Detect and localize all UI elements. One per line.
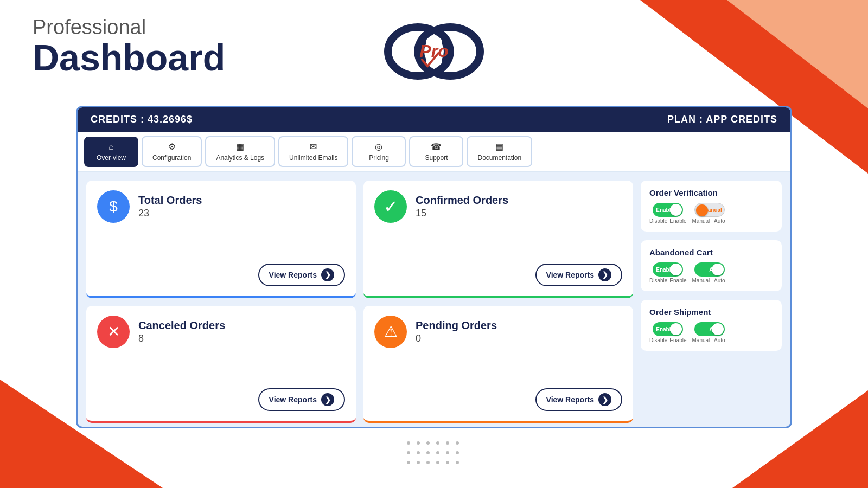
toggle-group-enabled-1: Enabled Disable Enable (649, 203, 687, 224)
nav-tabs: ⌂ Over-view ⚙ Configuration ▦ Analytics … (78, 132, 790, 172)
tab-configuration[interactable]: ⚙ Configuration (142, 136, 202, 167)
confirmed-orders-title: Confirmed Orders (416, 194, 508, 207)
home-icon: ⌂ (108, 142, 114, 152)
doc-icon: ▤ (495, 142, 503, 152)
dashboard-panel: CREDITS : 43.2696$ PLAN : APP CREDITS ⌂ … (76, 106, 792, 428)
toggle-enabled-2[interactable]: Enabled (653, 262, 683, 277)
confirmed-orders-count: 15 (416, 208, 508, 219)
abandoned-cart-section: Abandoned Cart Enabled Disable Enable (641, 240, 782, 291)
order-shipment-title: Order Shipment (649, 307, 773, 317)
bg-decor-top-right-2 (727, 0, 868, 108)
view-reports-total[interactable]: View Reports ❯ (258, 264, 345, 286)
card-top-pending: ⚠ Pending Orders 0 (374, 316, 622, 348)
toggle-auto-3[interactable]: Auto (694, 322, 725, 336)
card-top-total: $ Total Orders 23 (97, 190, 345, 223)
view-reports-canceled[interactable]: View Reports ❯ (258, 388, 345, 411)
toggle-group-auto-3: Auto Manual Auto (692, 322, 727, 343)
tab-overview[interactable]: ⌂ Over-view (84, 137, 138, 167)
card-info-confirmed: Confirmed Orders 15 (416, 194, 508, 219)
tab-analytics[interactable]: ▦ Analytics & Logs (205, 136, 275, 167)
pending-orders-count: 0 (416, 333, 497, 344)
checkmark-icon: ✓ (374, 190, 407, 223)
toggle-enabled-3[interactable]: Enabled (653, 322, 683, 336)
card-info-canceled: Canceled Orders 8 (138, 319, 225, 344)
total-orders-title: Total Orders (138, 194, 202, 207)
abandoned-cart-toggles: Enabled Disable Enable Auto (649, 262, 773, 284)
gear-icon: ⚙ (168, 142, 176, 152)
card-info-pending: Pending Orders 0 (416, 319, 497, 344)
toggle-manual-1[interactable]: Manual (694, 203, 725, 217)
right-panel: Order Verification Enabled Disable Enabl… (641, 181, 782, 423)
warning-icon: ⚠ (374, 316, 407, 348)
dollar-icon: $ (97, 190, 130, 223)
order-verification-section: Order Verification Enabled Disable Enabl… (641, 181, 782, 232)
phone-icon: ☎ (431, 142, 442, 152)
arrow-icon-canceled: ❯ (321, 393, 334, 406)
header-dashboard: Dashboard (33, 39, 225, 76)
view-reports-pending[interactable]: View Reports ❯ (535, 388, 622, 411)
arrow-icon-pending: ❯ (598, 393, 611, 406)
pricing-icon: ◎ (375, 142, 382, 152)
toggle-group-enabled-3: Enabled Disable Enable (649, 322, 687, 343)
credits-bar: CREDITS : 43.2696$ PLAN : APP CREDITS (78, 107, 790, 132)
toggle-group-auto-2: Auto Manual Auto (692, 262, 727, 284)
main-content: $ Total Orders 23 View Reports ❯ ✓ Confi… (78, 172, 790, 428)
arrow-icon-total: ❯ (321, 268, 334, 281)
arrow-icon-confirmed: ❯ (598, 268, 611, 281)
analytics-icon: ▦ (236, 142, 244, 152)
xmark-icon: ✕ (97, 316, 130, 348)
logo: Pro (374, 11, 494, 92)
toggle-group-manual-1: Manual Manual Auto (692, 203, 727, 224)
cards-grid: $ Total Orders 23 View Reports ❯ ✓ Confi… (86, 181, 633, 423)
credits-text: CREDITS : 43.2696$ (91, 114, 193, 125)
toggle-group-enabled-2: Enabled Disable Enable (649, 262, 687, 284)
abandoned-cart-title: Abandoned Cart (649, 248, 773, 257)
card-pending-orders: ⚠ Pending Orders 0 View Reports ❯ (363, 306, 633, 423)
card-confirmed-orders: ✓ Confirmed Orders 15 View Reports ❯ (363, 181, 633, 298)
card-top-canceled: ✕ Canceled Orders 8 (97, 316, 345, 348)
order-shipment-section: Order Shipment Enabled Disable Enable (641, 300, 782, 351)
toggle-auto-2[interactable]: Auto (694, 262, 725, 277)
card-total-orders: $ Total Orders 23 View Reports ❯ (86, 181, 356, 298)
tab-pricing[interactable]: ◎ Pricing (352, 136, 406, 167)
toggle-enabled-1[interactable]: Enabled (653, 203, 683, 217)
tab-support[interactable]: ☎ Support (409, 136, 463, 167)
card-top-confirmed: ✓ Confirmed Orders 15 (374, 190, 622, 223)
total-orders-count: 23 (138, 208, 202, 219)
card-info-total: Total Orders 23 (138, 194, 202, 219)
card-canceled-orders: ✕ Canceled Orders 8 View Reports ❯ (86, 306, 356, 423)
pending-orders-title: Pending Orders (416, 319, 497, 332)
dots-decoration (407, 441, 461, 466)
plan-text: PLAN : APP CREDITS (667, 114, 777, 125)
order-verification-toggles: Enabled Disable Enable Manual (649, 203, 773, 224)
email-icon: ✉ (310, 142, 317, 152)
logo-container: Pro (374, 11, 494, 92)
order-verification-title: Order Verification (649, 188, 773, 197)
view-reports-confirmed[interactable]: View Reports ❯ (535, 264, 622, 286)
tab-unlimited-emails[interactable]: ✉ Unlimited Emails (278, 136, 348, 167)
canceled-orders-count: 8 (138, 333, 225, 344)
header-professional: Professional (33, 16, 225, 39)
canceled-orders-title: Canceled Orders (138, 319, 225, 332)
order-shipment-toggles: Enabled Disable Enable Auto (649, 322, 773, 343)
tab-documentation[interactable]: ▤ Documentation (467, 136, 532, 167)
header: Professional Dashboard (33, 16, 225, 76)
